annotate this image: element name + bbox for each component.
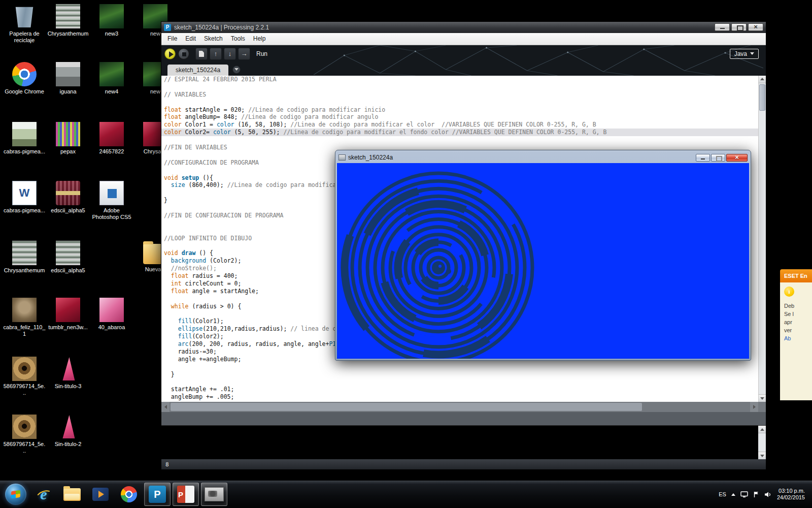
desktop-icon-sin-titulo-2[interactable]: Sin-titulo-2: [47, 415, 89, 448]
run-label: Run: [256, 50, 267, 57]
show-hidden-icons-icon[interactable]: [731, 493, 735, 496]
run-button[interactable]: [164, 48, 176, 59]
processing-titlebar[interactable]: sketch_150224a | Processing 2.2.1: [161, 22, 766, 33]
desktop-icon-papelera-de-reciclaje[interactable]: Papelera de reciclaje: [3, 4, 46, 44]
sketch-close-button[interactable]: [726, 154, 748, 162]
stop-button[interactable]: [178, 48, 189, 59]
menu-edit[interactable]: Edit: [181, 33, 200, 45]
code-line[interactable]: }: [161, 371, 766, 378]
editor-vertical-scrollbar[interactable]: [758, 76, 766, 402]
menu-help[interactable]: Help: [249, 33, 270, 45]
scroll-right-icon[interactable]: [750, 402, 758, 412]
ie-taskbar-button[interactable]: [30, 483, 57, 506]
sketch-window-title: sketch_150224a: [348, 154, 695, 161]
code-line[interactable]: startAngle += .01;: [161, 386, 766, 393]
desktop-icon-5869796714-5e[interactable]: 5869796714_5e...: [3, 415, 46, 454]
code-line[interactable]: color Color1 = color (16, 58, 108); //Li…: [161, 121, 766, 129]
desktop-icon-iguana[interactable]: iguana: [47, 62, 89, 95]
desktop-icon-tumblr-nen3w[interactable]: tumblr_nen3w...: [47, 298, 89, 331]
desktop-icon-edscii-alpha5[interactable]: edscii_alpha5: [47, 181, 89, 214]
desktop-icon-edscii-alpha5[interactable]: edscii_alpha5: [47, 241, 89, 274]
tab-menu-button[interactable]: [232, 66, 241, 74]
sketch-canvas[interactable]: [337, 163, 749, 359]
desktop-icon-adobe-photoshop-cs5[interactable]: Adobe Photoshop CS5: [90, 181, 133, 220]
desktop-icon-5869796714-5e[interactable]: 5869796714_5e...: [3, 357, 46, 396]
desktop-icon-chrysanthemum[interactable]: Chrysanthemum: [47, 4, 89, 37]
editor-scrollbar-thumb[interactable]: [759, 84, 765, 111]
code-line[interactable]: [161, 83, 766, 91]
desktop-icon-cabra-feliz-110-1[interactable]: cabra_feliz_110_1: [3, 298, 46, 337]
desktop-icon-cabras-pigmea[interactable]: cabras-pigmea...: [3, 181, 46, 214]
code-line[interactable]: float angleBump= 848; //Linea de codigo …: [161, 113, 766, 121]
menu-file[interactable]: File: [163, 33, 181, 45]
volume-icon[interactable]: [764, 491, 772, 498]
scroll-left-icon[interactable]: [161, 402, 170, 412]
code-line[interactable]: float startAngle = 020; //Linea de codig…: [161, 106, 766, 114]
desktop-icon-new4[interactable]: new4: [90, 62, 133, 95]
start-taskbar-button[interactable]: [3, 483, 28, 506]
code-line[interactable]: // ESPIRAL 24 FEBRERO 2015 PERLA: [161, 76, 766, 83]
code-line[interactable]: [161, 378, 766, 386]
clock[interactable]: 03:10 p.m. 24/02/2015: [777, 488, 805, 501]
code-token: float: [164, 106, 182, 113]
processing-icon: [149, 486, 166, 503]
glitch-gray-icon: [56, 4, 80, 28]
desktop-icon-label: edscii_alpha5: [47, 267, 89, 274]
code-line[interactable]: // VARIABLES: [161, 91, 766, 99]
code-line[interactable]: [161, 136, 766, 144]
menu-sketch[interactable]: Sketch: [200, 33, 227, 45]
desktop-icon-google-chrome[interactable]: Google Chrome: [3, 62, 46, 95]
save-button[interactable]: [224, 48, 236, 60]
desktop-icon-pepax[interactable]: pepax: [47, 122, 89, 155]
eset-notification[interactable]: ESET En DebSe laprver Ab: [780, 269, 812, 400]
code-line[interactable]: [161, 363, 766, 371]
desktop-icon-label: cabras-pigmea...: [3, 148, 46, 155]
code-token: [164, 181, 171, 188]
desktop-icon-label: Papelera de reciclaje: [3, 30, 46, 44]
code-line[interactable]: [161, 99, 766, 106]
desktop-icon-24657822[interactable]: 24657822: [90, 122, 133, 155]
chrome-icon: [121, 486, 137, 502]
wmp-taskbar-button[interactable]: [87, 483, 114, 506]
code-line[interactable]: angleBump += .005;: [161, 393, 766, 401]
desktop-icon-label: Sin-titulo-3: [47, 383, 89, 390]
image-viewer-taskbar-button[interactable]: [201, 483, 227, 506]
powerpoint-taskbar-button[interactable]: [173, 483, 199, 506]
desktop-icon-sin-titulo-3[interactable]: Sin-titulo-3: [47, 357, 89, 390]
scroll-up-icon[interactable]: [759, 76, 766, 83]
language-indicator[interactable]: ES: [719, 491, 726, 497]
eset-link[interactable]: Ab: [784, 334, 812, 342]
export-button[interactable]: [238, 48, 250, 60]
maximize-button[interactable]: [731, 23, 747, 31]
desktop-icon-new3[interactable]: new3: [90, 4, 133, 37]
desktop-icon-chrysanthemum[interactable]: Chrysanthemum: [3, 241, 46, 274]
new-sketch-button[interactable]: [195, 48, 208, 60]
console-scroll-up-icon[interactable]: [758, 426, 766, 433]
code-token: arc: [178, 340, 189, 347]
tab-sketch[interactable]: sketch_150224a: [167, 65, 228, 76]
wmp-icon: [92, 488, 109, 501]
open-button[interactable]: [210, 48, 222, 60]
menu-tools[interactable]: Tools: [227, 33, 249, 45]
folder-taskbar-button[interactable]: [59, 483, 85, 506]
code-line[interactable]: color Color2= color (5, 50, 255); //Line…: [161, 129, 766, 136]
processing-taskbar-button[interactable]: [144, 483, 171, 506]
close-button[interactable]: [748, 23, 763, 31]
console[interactable]: [161, 425, 766, 459]
desktop-icon-cabras-pigmea[interactable]: cabras-pigmea...: [3, 122, 46, 155]
word-doc-icon: [12, 181, 37, 205]
chrome-taskbar-button[interactable]: [116, 483, 142, 506]
desktop-icon-40-abaroa[interactable]: 40_abaroa: [90, 298, 133, 331]
scroll-down-icon[interactable]: [759, 394, 766, 402]
sketch-titlebar[interactable]: sketch_150224a: [337, 152, 749, 163]
horizontal-scrollbar-thumb[interactable]: [171, 403, 642, 411]
mode-selector[interactable]: Java: [730, 49, 759, 59]
action-center-flag-icon[interactable]: [753, 491, 759, 498]
display-icon[interactable]: [740, 491, 748, 498]
minimize-button[interactable]: [715, 23, 730, 31]
editor-horizontal-scrollbar[interactable]: [161, 402, 766, 412]
console-scroll-down-icon[interactable]: [758, 452, 766, 459]
sketch-minimize-button[interactable]: [696, 154, 710, 162]
console-scrollbar[interactable]: [758, 426, 766, 459]
desktop-icon-label: Sin-titulo-2: [47, 441, 89, 448]
